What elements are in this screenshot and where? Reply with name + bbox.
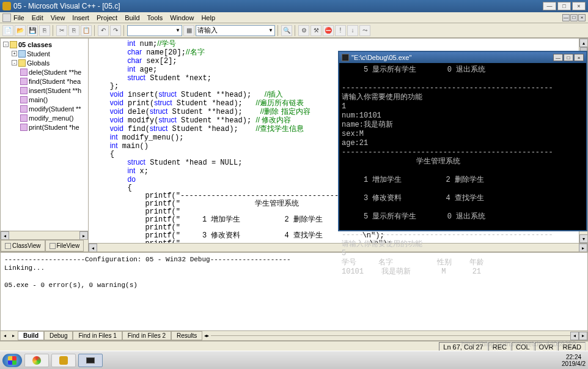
output-tab-build[interactable]: Build [18,331,44,340]
title-bar: 05 - Microsoft Visual C++ - [05.c] — □ × [0,0,588,12]
copy-button[interactable]: ⎘ [68,25,79,36]
start-button[interactable] [2,354,22,367]
tab-classview[interactable]: ClassView [1,240,45,252]
compile-button[interactable]: ⚙ [298,25,309,36]
menu-file[interactable]: File [13,14,24,21]
menu-view[interactable]: View [51,14,65,21]
tree-func[interactable]: main() [1,95,88,104]
tree-root[interactable]: -05 classes [1,40,88,49]
menu-project[interactable]: Project [97,14,117,21]
find-button[interactable]: 🔍 [281,25,292,36]
watermark: https://blog.csdn.net/weixin_44059250 [461,340,576,348]
output-nav-right[interactable]: ▸ [9,332,18,340]
tree-func[interactable]: dele(Student **he [1,67,88,76]
tile-button[interactable]: ▦ [183,25,194,36]
clock[interactable]: 22:24 2019/4/2 [562,354,586,367]
console-output: 5 显示所有学生 0 退出系统 ------------------------… [339,63,586,279]
mdi-minimize-button[interactable]: — [562,14,570,21]
redo-button[interactable]: ↷ [110,25,121,36]
console-close[interactable]: × [574,54,584,61]
execute-button[interactable]: ! [335,25,346,36]
open-button[interactable]: 📂 [15,25,26,36]
app-icon [2,2,11,10]
mdi-close-button[interactable]: × [578,14,586,21]
console-icon [342,54,349,61]
save-button[interactable]: 💾 [27,25,38,36]
workspace-sidebar: -05 classes +Student -Globals dele(Stude… [0,38,89,252]
paste-button[interactable]: 📋 [81,25,92,36]
output-tab-find2[interactable]: Find in Files 2 [122,331,171,340]
step-button[interactable]: ⤳ [359,25,370,36]
menu-window[interactable]: Window [170,14,194,21]
tree-func[interactable]: print(Student *he [1,122,88,132]
tree-func[interactable]: find(Student *hea [1,76,88,86]
sidebar-hscroll[interactable]: ◂▸ [1,231,88,239]
tree-func[interactable]: modify_menu() [1,113,88,122]
task-console[interactable] [78,354,103,367]
output-scroll-right[interactable]: ▸ [579,332,587,340]
tree-item[interactable]: +Student [1,49,88,58]
new-button[interactable]: 📄 [2,25,13,36]
tab-fileview[interactable]: FileView [45,240,84,252]
menu-insert[interactable]: Insert [72,14,89,21]
class-tree[interactable]: -05 classes +Student -Globals dele(Stude… [1,39,88,231]
toolbar: 📄 📂 💾 ⎘ ✂ ⎘ 📋 ↶ ↷ ▼ ▦ 请输入▼ 🔍 ⚙ ⚒ ⛔ ! ↓ ⤳ [0,23,588,38]
output-tab-find1[interactable]: Find in Files 1 [73,331,122,340]
menu-edit[interactable]: Edit [32,14,43,21]
minimize-button[interactable]: — [543,2,556,10]
find-combo[interactable]: 请输入▼ [196,25,275,36]
output-tab-debug[interactable]: Debug [44,331,73,340]
menu-bar: File Edit View Insert Project Build Tool… [0,12,588,23]
mdi-restore-button[interactable]: □ [570,14,578,21]
console-window[interactable]: "E:\c\Debug\05.exe" — □ × 5 显示所有学生 0 退出系… [338,51,587,231]
maximize-button[interactable]: □ [557,2,571,10]
build-button[interactable]: ⚒ [311,25,322,36]
go-button[interactable]: ↓ [347,25,358,36]
tree-item[interactable]: -Globals [1,58,88,67]
menu-tools[interactable]: Tools [147,14,163,21]
window-title: 05 - Microsoft Visual C++ - [05.c] [13,2,543,10]
save-all-button[interactable]: ⎘ [39,25,50,36]
cut-button[interactable]: ✂ [56,25,67,36]
console-title: "E:\c\Debug\05.exe" [351,54,411,61]
doc-icon [2,13,11,22]
console-maximize[interactable]: □ [564,54,573,61]
workspace-combo[interactable]: ▼ [127,25,182,36]
menu-build[interactable]: Build [125,14,139,21]
output-nav-left[interactable]: ◂ [1,332,9,340]
console-minimize[interactable]: — [553,54,563,61]
undo-button[interactable]: ↶ [98,25,109,36]
taskbar: 22:24 2019/4/2 [0,351,588,369]
output-tab-results[interactable]: Results [171,331,202,340]
task-app2[interactable] [51,354,76,367]
tree-func[interactable]: modify(Student ** [1,104,88,113]
console-title-bar[interactable]: "E:\c\Debug\05.exe" — □ × [339,52,586,63]
output-scroll-left[interactable]: ◂ [570,332,579,340]
output-nav-more[interactable]: ◂▸ [202,332,211,340]
stop-build-button[interactable]: ⛔ [323,25,334,36]
close-button[interactable]: × [572,2,586,10]
menu-help[interactable]: Help [201,14,215,21]
tree-func[interactable]: insert(Student **h [1,86,88,95]
task-chrome[interactable] [24,354,49,367]
